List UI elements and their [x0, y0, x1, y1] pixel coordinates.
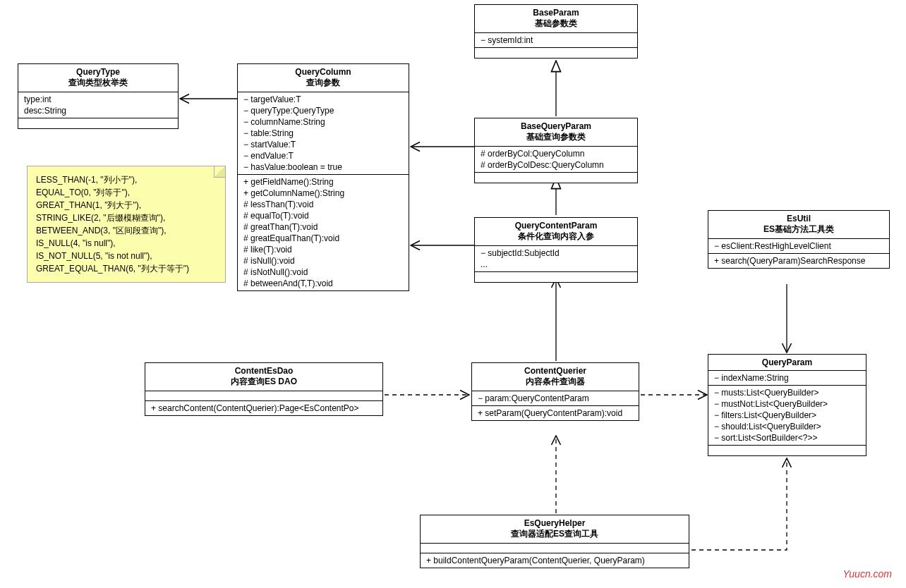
class-esqueryhelper: EsQueryHelper查询器适配ES查询工具 + buildContentQ…	[420, 515, 689, 568]
class-baseparam: BaseParam基础参数类 − systemId:int	[474, 4, 638, 59]
class-esutil: EsUtilES基础方法工具类 − esClient:RestHighLevel…	[708, 210, 890, 269]
class-querytype: QueryType查询类型枚举类 type:intdesc:String	[18, 63, 179, 129]
class-querycolumn: QueryColumn查询参数 − targetValue:T− queryTy…	[237, 63, 409, 291]
class-querycontentparam: QueryContentParam条件化查询内容入参 − subjectId:S…	[474, 217, 638, 283]
class-basequeryparam: BaseQueryParam基础查询参数类 # orderByCol:Query…	[474, 118, 638, 183]
watermark: Yuucn.com	[842, 568, 892, 580]
class-queryparam: QueryParam − indexName:String − musts:Li…	[708, 354, 866, 456]
class-contentquerier: ContentQuerier内容条件查询器 − param:QueryConte…	[471, 362, 639, 421]
enum-note: LESS_THAN(-1, "列小于"),EQUAL_TO(0, "列等于"),…	[27, 166, 226, 283]
class-contentesdao: ContentEsDao内容查询ES DAO + searchContent(C…	[145, 362, 383, 416]
